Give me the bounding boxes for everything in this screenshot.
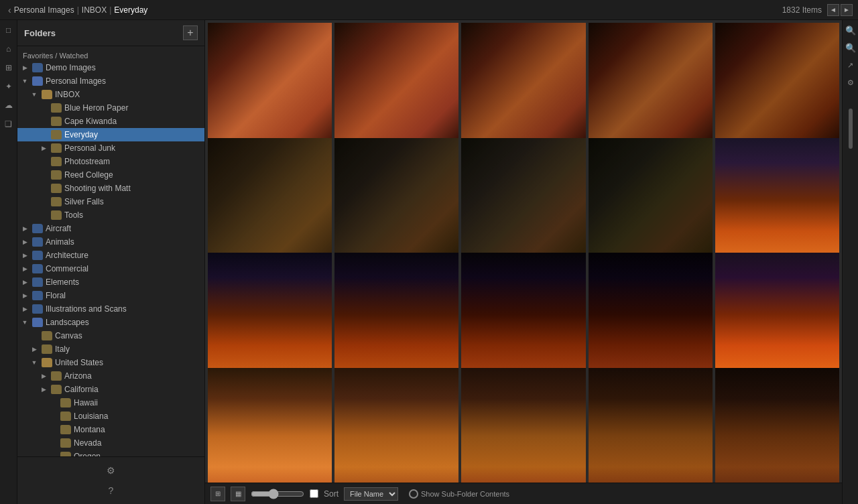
- sidebar-item-montana[interactable]: Montana: [17, 423, 204, 436]
- sidebar-item-cape-kiwanda[interactable]: Cape Kiwanda: [17, 115, 204, 128]
- view-icon[interactable]: □: [1, 23, 16, 38]
- photo-cell-1[interactable]: [334, 23, 458, 147]
- sidebar-item-illustrations-and-scans[interactable]: ▶Illustrations and Scans: [17, 302, 204, 316]
- photo-cell-12[interactable]: [461, 253, 585, 377]
- sidebar-item-italy[interactable]: ▶Italy: [17, 342, 204, 356]
- toggle-elements[interactable]: ▶: [20, 277, 29, 287]
- sidebar-item-landscapes[interactable]: ▼Landscapes: [17, 316, 204, 329]
- sidebar-item-united-states[interactable]: ▼United States: [17, 356, 204, 369]
- sort-select[interactable]: File Name Date Size Type: [344, 487, 398, 501]
- next-arrow-button[interactable]: ►: [841, 4, 853, 16]
- toggle-personal-images[interactable]: ▼: [20, 76, 29, 86]
- photo-cell-14[interactable]: [715, 253, 839, 377]
- help-icon[interactable]: ?: [102, 481, 121, 500]
- sidebar-item-nevada[interactable]: Nevada: [17, 436, 204, 450]
- toggle-architecture[interactable]: ▶: [20, 251, 29, 260]
- toggle-landscapes[interactable]: ▼: [20, 318, 29, 327]
- breadcrumb-personal-images[interactable]: Personal Images: [14, 5, 74, 15]
- clipboard-icon[interactable]: ❑: [1, 117, 16, 131]
- settings-icon[interactable]: ⚙: [102, 461, 121, 480]
- photo-cell-7[interactable]: [461, 138, 585, 262]
- sidebar-item-tools[interactable]: Tools: [17, 208, 204, 222]
- folder-icon-aircraft: [32, 224, 43, 233]
- breadcrumb-inbox[interactable]: INBOX: [82, 5, 107, 15]
- sidebar-label-italy: Italy: [55, 344, 70, 354]
- grid-view-large-button[interactable]: ▦: [231, 487, 245, 501]
- photo-cell-8[interactable]: [589, 138, 713, 262]
- toggle-italy[interactable]: ▶: [29, 344, 39, 354]
- sidebar-item-everyday[interactable]: Everyday: [17, 128, 204, 141]
- sidebar-item-architecture[interactable]: ▶Architecture: [17, 249, 204, 262]
- add-folder-button[interactable]: +: [183, 25, 198, 40]
- photo-cell-17[interactable]: [461, 368, 585, 483]
- scrollbar-thumb[interactable]: [849, 109, 853, 149]
- photo-cell-19[interactable]: [715, 368, 839, 483]
- sidebar-item-personal-junk[interactable]: ▶Personal Junk: [17, 141, 204, 155]
- sidebar-item-oregon[interactable]: Oregon: [17, 450, 204, 456]
- sidebar-item-hawaii[interactable]: Hawaii: [17, 396, 204, 410]
- toggle-blue-heron-paper: [39, 103, 48, 113]
- sidebar-item-floral[interactable]: ▶Floral: [17, 289, 204, 302]
- breadcrumb-sep-2: |: [109, 5, 111, 15]
- home-icon[interactable]: ⌂: [1, 42, 16, 56]
- toggle-arizona[interactable]: ▶: [39, 371, 48, 381]
- sidebar-item-personal-images[interactable]: ▼Personal Images: [17, 74, 204, 88]
- toggle-inbox[interactable]: ▼: [29, 90, 39, 99]
- sidebar-item-commercial[interactable]: ▶Commercial: [17, 262, 204, 275]
- sidebar-item-reed-college[interactable]: Reed College: [17, 168, 204, 182]
- sidebar-item-california[interactable]: ▶California: [17, 383, 204, 396]
- photo-cell-18[interactable]: [589, 368, 713, 483]
- toggle-commercial[interactable]: ▶: [20, 264, 29, 273]
- toggle-aircraft[interactable]: ▶: [20, 224, 29, 233]
- sidebar-item-arizona[interactable]: ▶Arizona: [17, 369, 204, 383]
- sidebar-item-canvas[interactable]: Canvas: [17, 329, 204, 342]
- photo-cell-15[interactable]: [208, 368, 332, 483]
- zoom-in-icon[interactable]: 🔍: [843, 23, 858, 38]
- breadcrumb-everyday[interactable]: Everyday: [114, 5, 147, 15]
- photo-cell-16[interactable]: [334, 368, 458, 483]
- toggle-illustrations-and-scans[interactable]: ▶: [20, 304, 29, 314]
- sidebar-item-demo-images[interactable]: ▶Demo Images: [17, 61, 204, 74]
- grid-icon[interactable]: ⊞: [1, 60, 16, 75]
- sidebar-item-animals[interactable]: ▶Animals: [17, 235, 204, 249]
- photo-cell-11[interactable]: [334, 253, 458, 377]
- sidebar-item-shooting-with-matt[interactable]: Shooting with Matt: [17, 182, 204, 195]
- sidebar-item-inbox[interactable]: ▼INBOX: [17, 88, 204, 101]
- sidebar-item-blue-heron-paper[interactable]: Blue Heron Paper: [17, 101, 204, 115]
- sidebar-item-silver-falls[interactable]: Silver Falls: [17, 195, 204, 208]
- nav-back-button[interactable]: ‹: [5, 5, 14, 15]
- photo-cell-5[interactable]: [208, 138, 332, 262]
- sidebar-item-photostream[interactable]: Photostream: [17, 155, 204, 168]
- toggle-animals[interactable]: ▶: [20, 237, 29, 247]
- photo-cell-9[interactable]: [715, 138, 839, 262]
- toggle-california[interactable]: ▶: [39, 385, 48, 394]
- photo-cell-0[interactable]: [208, 23, 332, 147]
- sidebar-item-louisiana[interactable]: Louisiana: [17, 410, 204, 423]
- toggle-united-states[interactable]: ▼: [29, 358, 39, 367]
- sidebar-item-elements[interactable]: ▶Elements: [17, 275, 204, 289]
- zoom-out-icon[interactable]: 🔍: [843, 40, 858, 55]
- photo-cell-3[interactable]: [589, 23, 713, 147]
- sidebar-header: Folders +: [17, 20, 204, 46]
- subfolder-radio[interactable]: [409, 489, 418, 499]
- thumbnail-size-slider[interactable]: [251, 489, 304, 499]
- folder-icon-illustrations-and-scans: [32, 304, 43, 314]
- prev-arrow-button[interactable]: ◄: [827, 4, 839, 16]
- cloud-icon[interactable]: ☁: [1, 98, 16, 113]
- expand-icon[interactable]: ↗: [843, 58, 858, 72]
- toggle-floral[interactable]: ▶: [20, 291, 29, 300]
- grid-view-small-button[interactable]: ⊞: [210, 487, 225, 501]
- photo-cell-10[interactable]: [208, 253, 332, 377]
- sidebar-item-aircraft[interactable]: ▶Aircraft: [17, 222, 204, 235]
- photo-cell-4[interactable]: [715, 23, 839, 147]
- photo-cell-6[interactable]: [334, 138, 458, 262]
- toggle-demo-images[interactable]: ▶: [20, 63, 29, 72]
- tools-icon[interactable]: ✦: [1, 79, 16, 94]
- settings-right-icon[interactable]: ⚙: [843, 75, 858, 90]
- sidebar-label-commercial: Commercial: [46, 264, 88, 273]
- select-checkbox[interactable]: [310, 489, 318, 498]
- sidebar-label-inbox: INBOX: [55, 90, 80, 99]
- photo-cell-13[interactable]: [589, 253, 713, 377]
- photo-cell-2[interactable]: [461, 23, 585, 147]
- toggle-personal-junk[interactable]: ▶: [39, 143, 48, 153]
